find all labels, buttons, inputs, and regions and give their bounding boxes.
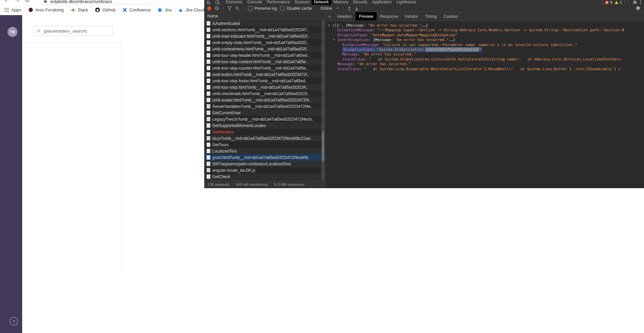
export-har-icon[interactable] <box>355 6 359 10</box>
detail-tab-preview[interactable]: Preview <box>355 12 377 20</box>
request-row[interactable]: GetCurrentUser <box>204 110 325 116</box>
devtools-tab-security[interactable]: Security <box>350 0 370 5</box>
detail-tab-initiator[interactable]: Initiator <box>401 12 421 20</box>
forward-icon[interactable]: → <box>14 0 20 4</box>
request-row[interactable]: umb-tour-step-counter.html?umb__rnd=dd1a… <box>204 65 325 71</box>
document-icon <box>207 111 210 115</box>
name-column-header[interactable]: Name <box>204 12 325 20</box>
bookmark-label: Confluence <box>129 8 151 12</box>
detail-tab-cookies[interactable]: Cookies <box>440 12 461 20</box>
settings-gear-icon[interactable] <box>632 0 637 5</box>
document-icon <box>207 130 210 134</box>
request-row[interactable]: da.js?umb__rnd=dd1a47a65ed32f23472f4ecb0… <box>204 135 325 141</box>
search-icon[interactable] <box>235 6 240 10</box>
preview-line[interactable]: ▼InnerException: {Message: "An error has… <box>326 38 644 42</box>
preview-line[interactable]: ▼)]}', {Message: "An error has occurred.… <box>326 23 644 28</box>
bookmark-confluence[interactable]: Confluence <box>123 8 151 12</box>
document-icon <box>207 142 210 147</box>
scrollbar-track[interactable] <box>321 20 325 180</box>
scrollbar-thumb[interactable] <box>322 131 324 161</box>
close-icon[interactable]: × <box>326 14 334 19</box>
search-input[interactable] <box>43 28 110 34</box>
request-row[interactable] <box>204 180 325 180</box>
help-icon[interactable]: ? <box>9 317 18 326</box>
devtools-tab-console[interactable]: Console <box>245 0 264 5</box>
json-value: )]}', {Message: <box>332 23 368 28</box>
preview-line[interactable]: StackTrace: " at System.Linq.Enumerable.… <box>326 67 644 72</box>
devtools-tab-sources[interactable]: Sources <box>292 0 312 5</box>
back-icon[interactable]: ← <box>3 0 10 4</box>
request-row[interactable]: ServerVariables?umb__rnd=dd1a47a65ed32f2… <box>204 103 325 110</box>
preview-line[interactable]: ExceptionMessage: "↵↵Mapping types:↵Sect… <box>326 28 644 33</box>
preview-line[interactable]: ExceptionType: "System.Globalization.Cul… <box>326 47 644 52</box>
search-icon <box>37 29 41 33</box>
request-row[interactable]: 500?aspxerrorpath=/umbraco/LocalizedText <box>204 161 325 167</box>
request-row[interactable]: LocalizedText <box>204 148 325 154</box>
expand-arrow-icon[interactable]: ▼ <box>333 38 337 42</box>
detail-tab-timing[interactable]: Timing <box>421 12 440 20</box>
preserve-log-checkbox[interactable]: Preserve log <box>248 6 277 11</box>
request-row[interactable]: umb-tour-step-footer.html?umb__rnd=dd1a4… <box>204 78 325 84</box>
network-settings-gear-icon[interactable] <box>635 6 640 11</box>
json-value: : <box>372 47 377 52</box>
disable-cache-checkbox[interactable]: Disable cache <box>280 6 312 11</box>
devtools-tab-memory[interactable]: Memory <box>331 0 350 5</box>
throttling-select[interactable]: Online ▼ <box>320 6 339 11</box>
request-row[interactable]: umb-avatar.html?umb__rnd=dd1a47a65ed32f2… <box>204 97 325 103</box>
request-row[interactable]: IsAuthenticated <box>204 20 325 27</box>
request-row[interactable]: GetSupportedMomentLocales <box>204 122 325 129</box>
preview-line[interactable]: StackTrace: " at System.Globalization.Cu… <box>326 57 644 62</box>
record-icon[interactable] <box>207 6 211 10</box>
devtools-tab-application[interactable]: Application <box>370 0 394 5</box>
devtools-tab-performance[interactable]: Performance <box>264 0 292 5</box>
request-row[interactable]: umb-contextmenu.html?umb__rnd=dd1a47a65e… <box>204 46 325 52</box>
import-har-icon[interactable] <box>347 6 351 10</box>
request-row[interactable]: umb-sections.html?umb__rnd=dd1a47a65ed32… <box>204 27 325 33</box>
request-row[interactable]: umb-tour-step-content.html?umb__rnd=dd1a… <box>204 58 325 65</box>
error-badge-icon: × <box>605 1 609 4</box>
request-row[interactable]: LegacyTreeJs?umb__rnd=dd1a47a65ed32f2347… <box>204 116 325 122</box>
request-row[interactable]: GetSections <box>204 129 325 135</box>
devtools-tab-network[interactable]: Network <box>312 0 331 5</box>
document-icon <box>207 79 210 83</box>
preview-line[interactable]: ExceptionType: "AutoMapper.AutoMapperMap… <box>326 33 644 38</box>
request-row[interactable]: umb-checkmark.html?umb__rnd=dd1a47a65ed3… <box>204 90 325 97</box>
bookmark-jira[interactable]: Jira <box>158 8 171 12</box>
search-box[interactable] <box>34 26 113 36</box>
request-row[interactable]: ysod.html?umb__rnd=dd1a47a65ed32f23472f4… <box>204 154 325 161</box>
request-row[interactable]: umb-button.html?umb__rnd=dd1a47a65ed32f2… <box>204 71 325 78</box>
issues-badge-box[interactable]: × 9 1 <box>602 0 625 5</box>
bookmark-apps[interactable]: Apps <box>4 7 21 12</box>
devtools-tab-lighthouse[interactable]: Lighthouse <box>394 0 419 5</box>
inspect-element-icon[interactable] <box>204 0 213 5</box>
request-row[interactable]: umb-tour-step.html?umb__rnd=dd1a47a65ed3… <box>204 84 325 90</box>
request-row[interactable]: umb-load-indicator.html?umb__rnd=dd1a47a… <box>204 33 325 39</box>
detail-tab-response[interactable]: Response <box>377 12 401 20</box>
detail-tab-headers[interactable]: Headers <box>334 12 355 20</box>
avatar[interactable]: TB <box>7 27 17 37</box>
preview-line[interactable]: Message: "An error has occurred." <box>326 62 644 67</box>
bookmark-github[interactable]: GitHub <box>95 7 116 12</box>
device-toolbar-icon[interactable] <box>213 0 222 5</box>
bookmark-jira-cloud[interactable]: Jira Cloud <box>178 8 204 12</box>
devtools-tab-elements[interactable]: Elements <box>223 0 245 5</box>
bookmark-aros-forsikring[interactable]: Aros Forsikring <box>28 7 64 12</box>
filter-icon[interactable] <box>227 6 232 10</box>
clear-icon[interactable] <box>215 6 219 10</box>
more-menu-icon[interactable] <box>640 0 641 5</box>
preview-line[interactable]: ExceptionMessage: "Culture is not suppor… <box>326 43 644 47</box>
bookmark-slack[interactable]: Slack <box>71 8 88 12</box>
preview-line[interactable]: Message: "An error has occurred." <box>326 52 644 57</box>
request-row[interactable]: umb-empty-state.html?umb__rnd=dd1a47a65e… <box>204 39 325 46</box>
request-row[interactable]: GetTours <box>204 141 325 148</box>
request-row[interactable]: angular-locale_da-DK.js <box>204 167 325 173</box>
chevron-down-icon: ▼ <box>336 7 339 10</box>
json-value: ↵ <box>487 43 490 47</box>
request-row[interactable]: GetCheck <box>204 173 325 180</box>
reload-icon[interactable] <box>24 0 30 3</box>
expand-arrow-icon[interactable]: ▼ <box>328 23 332 28</box>
confluence-icon <box>123 8 127 12</box>
json-value: : <box>359 67 364 71</box>
request-row[interactable]: umb-tour-step-header.html?umb__rnd=dd1a4… <box>204 52 325 58</box>
address-bar[interactable]: estatistik.dk/umbraco#/umbraco <box>38 0 155 4</box>
